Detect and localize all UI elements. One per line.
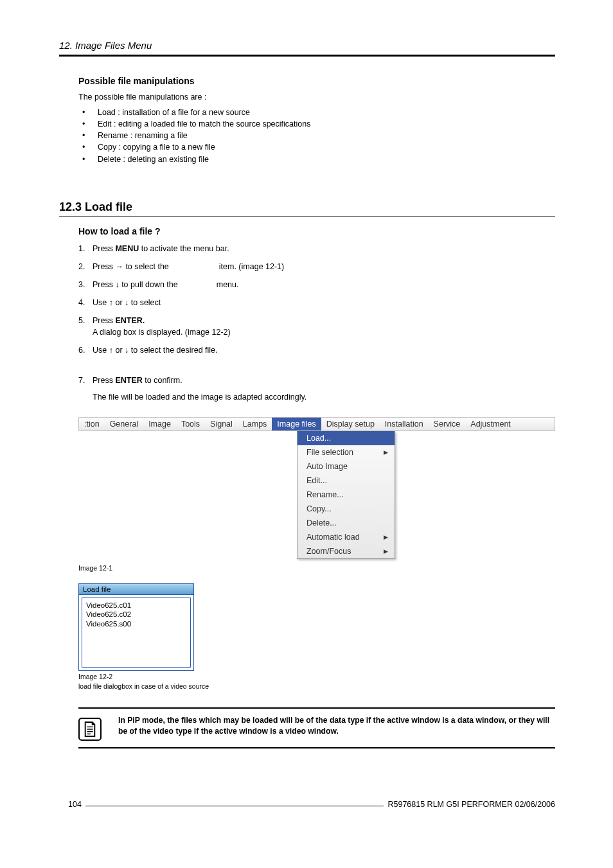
- dropdown-item-edit[interactable]: Edit...: [298, 474, 395, 488]
- doc-id: R5976815 RLM G5I PERFORMER 02/06/2006: [387, 800, 555, 809]
- menu-item-tion[interactable]: :tion: [79, 418, 105, 430]
- page-number: 104: [68, 800, 82, 809]
- chapter-header: 12. Image Files Menu: [59, 40, 555, 57]
- step-text: The file will be loaded and the image is…: [93, 393, 306, 402]
- dropdown-item-automatic-load[interactable]: Automatic load▶: [298, 530, 395, 544]
- step-text: item. (image 12-1): [219, 262, 284, 271]
- list-item: Rename : renaming a file: [78, 130, 555, 141]
- dropdown-label: Copy...: [306, 504, 332, 513]
- menu-item-display-setup[interactable]: Display setup: [321, 418, 380, 430]
- file-item[interactable]: Video625.c01: [86, 601, 186, 610]
- menu-item-image[interactable]: Image: [143, 418, 176, 430]
- menu-item-adjustment[interactable]: Adjustment: [465, 418, 516, 430]
- menu-item-installation[interactable]: Installation: [380, 418, 429, 430]
- steps-list-2: Press ENTER to confirm. The file will be…: [78, 375, 555, 403]
- menu-item-general[interactable]: General: [105, 418, 143, 430]
- load-file-dialog: Load file Video625.c01 Video625.c02 Vide…: [78, 583, 194, 671]
- menu-item-image-files[interactable]: Image files: [272, 418, 321, 430]
- step-6: Use ↑ or ↓ to select the desired file.: [78, 344, 555, 356]
- page-footer: 104 R5976815 RLM G5I PERFORMER 02/06/200…: [68, 800, 555, 809]
- manipulation-list: Load : installation of a file for a new …: [78, 107, 555, 165]
- menu-item-lamps[interactable]: Lamps: [238, 418, 272, 430]
- note-block: In PiP mode, the files which may be load…: [78, 707, 555, 748]
- step-text: A dialog box is displayed. (image 12-2): [93, 328, 231, 337]
- section-heading-manipulations: Possible file manipulations: [78, 76, 555, 86]
- note-text: In PiP mode, the files which may be load…: [118, 715, 555, 736]
- list-item: Edit : editing a loaded file to match th…: [78, 118, 555, 130]
- step-text: Press ↓ to pull down the: [93, 280, 178, 289]
- submenu-arrow-icon: ▶: [384, 534, 388, 540]
- dropdown-item-rename[interactable]: Rename...: [298, 488, 395, 502]
- dropdown-label: Automatic load: [306, 533, 360, 542]
- submenu-arrow-icon: ▶: [384, 548, 388, 554]
- figure-menu: :tion General Image Tools Signal Lamps I…: [78, 417, 555, 559]
- dropdown-label: Load...: [306, 434, 331, 443]
- menu-key: MENU: [115, 244, 139, 253]
- dropdown-image-files: Load... File selection▶ Auto Image Edit.…: [297, 431, 395, 559]
- step-text: Press → to select the: [93, 262, 169, 271]
- subheading-how-to-load: How to load a file ?: [78, 226, 555, 236]
- step-3: Press ↓ to pull down themenu.: [78, 279, 555, 290]
- step-text: menu.: [217, 280, 239, 289]
- dropdown-label: File selection: [306, 448, 353, 457]
- list-item: Delete : deleting an existing file: [78, 154, 555, 165]
- step-text: Press: [93, 376, 115, 385]
- steps-list: Press MENU to activate the menu bar. Pre…: [78, 243, 555, 357]
- enter-key: ENTER: [115, 376, 142, 385]
- footer-rule: [85, 806, 384, 806]
- menu-item-service[interactable]: Service: [429, 418, 466, 430]
- step-text: Press: [93, 316, 115, 325]
- menu-item-tools[interactable]: Tools: [176, 418, 205, 430]
- dropdown-item-file-selection[interactable]: File selection▶: [298, 445, 395, 459]
- step-2: Press → to select theitem. (image 12-1): [78, 261, 555, 272]
- submenu-arrow-icon: ▶: [384, 449, 388, 456]
- intro-line: The possible file manipulations are :: [78, 93, 555, 102]
- step-7: Press ENTER to confirm. The file will be…: [78, 375, 555, 403]
- dropdown-item-auto-image[interactable]: Auto Image: [298, 459, 395, 474]
- dropdown-item-copy[interactable]: Copy...: [298, 502, 395, 516]
- list-item: Load : installation of a file for a new …: [78, 107, 555, 118]
- dropdown-label: Rename...: [306, 490, 344, 499]
- figure-caption-2b: load file dialogbox in case of a video s…: [78, 682, 555, 691]
- step-text: to activate the menu bar.: [139, 244, 229, 253]
- dropdown-item-delete[interactable]: Delete...: [298, 516, 395, 530]
- dropdown-label: Auto Image: [306, 462, 348, 471]
- figure-caption-2a: Image 12-2: [78, 673, 555, 681]
- menu-item-signal[interactable]: Signal: [205, 418, 238, 430]
- dropdown-item-load[interactable]: Load...: [298, 431, 395, 445]
- file-item[interactable]: Video625.s00: [86, 619, 186, 628]
- menubar: :tion General Image Tools Signal Lamps I…: [78, 417, 555, 431]
- dropdown-label: Delete...: [306, 518, 337, 527]
- list-item: Copy : copying a file to a new file: [78, 141, 555, 153]
- section-title-load-file: 12.3 Load file: [59, 200, 555, 217]
- step-text: Press: [93, 244, 115, 253]
- step-5: Press ENTER. A dialog box is displayed. …: [78, 315, 555, 338]
- dropdown-label: Zoom/Focus: [306, 547, 351, 556]
- enter-key: ENTER.: [115, 316, 145, 325]
- note-icon: [78, 718, 102, 741]
- dropdown-item-zoom-focus[interactable]: Zoom/Focus▶: [298, 544, 395, 558]
- dropdown-label: Edit...: [306, 476, 327, 485]
- step-text: to confirm.: [143, 376, 182, 385]
- file-item[interactable]: Video625.c02: [86, 610, 186, 619]
- step-1: Press MENU to activate the menu bar.: [78, 243, 555, 254]
- step-4: Use ↑ or ↓ to select: [78, 297, 555, 308]
- figure-caption-1: Image 12-1: [78, 564, 555, 572]
- file-list[interactable]: Video625.c01 Video625.c02 Video625.s00: [82, 598, 191, 668]
- dialog-title: Load file: [79, 584, 193, 595]
